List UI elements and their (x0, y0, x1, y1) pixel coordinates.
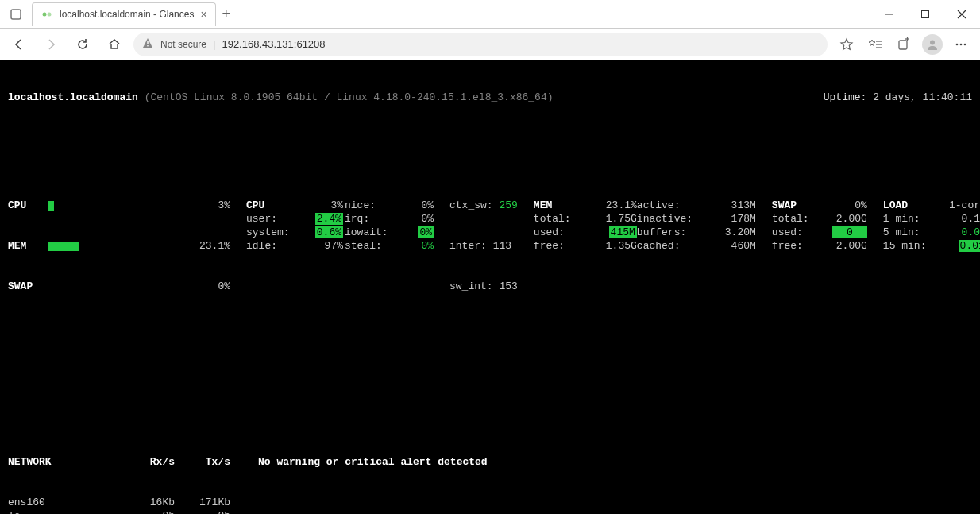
refresh-button[interactable] (70, 32, 95, 57)
back-button[interactable] (6, 32, 32, 57)
favicon-icon (41, 8, 53, 21)
mem-inactive-k: inactive: (637, 212, 708, 226)
swint-k: sw_int: (449, 280, 493, 292)
quick-swap-pct: 0% (175, 280, 230, 293)
mem-free-v: 1.35G (589, 239, 637, 253)
cpu-iowait-k: iowait: (345, 226, 392, 239)
load-15-k: 15 min: (883, 239, 939, 253)
net-rx-h: Rx/s (119, 455, 175, 469)
cpu-system-k: system: (246, 226, 302, 239)
svg-rect-4 (922, 10, 929, 17)
swap-total-v: 2.00G (820, 212, 867, 226)
mem-free-k: free: (534, 239, 589, 253)
quick-mem-pct: 23.1% (175, 239, 230, 253)
quick-cpu-pct: 3% (175, 199, 230, 212)
svg-point-16 (956, 43, 959, 45)
mem-pct: 23.1% (589, 199, 637, 212)
cpu-idle-v: 97% (303, 239, 343, 253)
hostname: localhost.localdomain (8, 91, 138, 104)
maximize-button[interactable] (907, 0, 943, 29)
quick-mem-label: MEM (8, 239, 48, 253)
mem-used-v: 415M (609, 226, 637, 238)
uptime-value: 2 days, 11:40:11 (873, 91, 972, 103)
cpu-nice-v: 0% (394, 199, 434, 212)
swap-free-k: free: (772, 239, 820, 253)
glances-page: localhost.localdomain (CentOS Linux 8.0.… (0, 60, 980, 514)
browser-tab[interactable]: localhost.localdomain - Glances × (32, 2, 216, 26)
quick-swap-label: SWAP (8, 280, 48, 293)
network-row: lo0b0b (8, 509, 234, 514)
inter-v: 113 (493, 240, 511, 252)
separator-icon: | (213, 38, 215, 50)
inter-k: inter: (449, 240, 487, 252)
alert-text: No warning or critical alert detected (258, 455, 972, 469)
cpu-system-v: 0.6% (315, 226, 343, 238)
ctx-v: 259 (499, 199, 517, 211)
svg-point-2 (48, 13, 52, 17)
svg-rect-7 (147, 41, 148, 44)
net-tx-h: Tx/s (175, 455, 230, 469)
swap-title: SWAP (772, 199, 820, 212)
mem-total-k: total: (534, 212, 589, 226)
quick-cpu-label: CPU (8, 199, 48, 212)
cpu-total: 3% (303, 199, 343, 212)
more-button[interactable] (948, 32, 974, 57)
swint-v: 153 (499, 280, 517, 292)
svg-point-1 (43, 13, 47, 17)
ctx-k: ctx_sw: (449, 199, 493, 211)
cpu-user-k: user: (246, 212, 302, 226)
mem-inactive-v: 178M (708, 212, 756, 226)
tab-actions-icon[interactable] (5, 3, 27, 25)
close-window-button[interactable] (943, 0, 980, 29)
browser-titlebar: localhost.localdomain - Glances × + (0, 0, 980, 29)
load-15-v: 0.01 (959, 240, 980, 252)
mem-cached-v: 460M (708, 239, 756, 253)
cpu-idle-k: idle: (246, 239, 302, 253)
favorites-list-button[interactable] (862, 32, 888, 57)
swap-used-v: 0 (832, 226, 867, 238)
mem-buffers-k: buffers: (637, 226, 708, 239)
load-core: 1-core (939, 199, 980, 212)
svg-point-17 (960, 43, 963, 45)
mem-used-k: used: (534, 226, 589, 239)
browser-toolbar: Not secure | 192.168.43.131:61208 (0, 29, 980, 60)
mem-bar (48, 242, 79, 251)
network-title: NETWORK (8, 455, 119, 469)
not-secure-icon (141, 37, 154, 52)
load-1-k: 1 min: (883, 212, 939, 226)
minimize-button[interactable] (870, 0, 907, 29)
load-title: LOAD (883, 199, 939, 212)
url-text: 192.168.43.131:61208 (222, 38, 325, 50)
cpu-irq-v: 0% (394, 212, 434, 226)
cpu-irq-k: irq: (345, 212, 392, 226)
svg-point-18 (964, 43, 966, 45)
swap-total-k: total: (772, 212, 820, 226)
close-tab-icon[interactable]: × (200, 8, 206, 21)
collections-button[interactable] (891, 32, 916, 57)
forward-button[interactable] (38, 32, 64, 57)
cpu-steal-k: steal: (345, 239, 392, 253)
mem-total-v: 1.75G (589, 212, 637, 226)
mem-buffers-v: 3.20M (708, 226, 756, 239)
new-tab-button[interactable]: + (222, 6, 231, 22)
home-button[interactable] (102, 32, 127, 57)
cpu-iowait-v: 0% (418, 226, 434, 238)
profile-button[interactable] (920, 32, 945, 57)
svg-point-15 (930, 40, 935, 44)
load-1-v: 0.12 (939, 212, 980, 226)
favorite-button[interactable] (834, 32, 859, 57)
mem-active-v: 313M (708, 199, 756, 212)
cpu-title: CPU (246, 199, 302, 212)
load-5-v: 0.03 (939, 226, 980, 239)
address-bar[interactable]: Not secure | 192.168.43.131:61208 (133, 33, 828, 56)
avatar-icon (922, 34, 943, 55)
mem-title: MEM (534, 199, 589, 212)
svg-rect-0 (11, 10, 21, 19)
cpu-bar (48, 201, 54, 211)
not-secure-label: Not secure (160, 39, 206, 50)
os-info: (CentOS Linux 8.0.1905 64bit / Linux 4.1… (145, 91, 554, 104)
swap-used-k: used: (772, 226, 820, 239)
uptime-label: Uptime: (824, 91, 867, 103)
swap-free-v: 2.00G (820, 239, 867, 253)
mem-active-k: active: (637, 199, 708, 212)
